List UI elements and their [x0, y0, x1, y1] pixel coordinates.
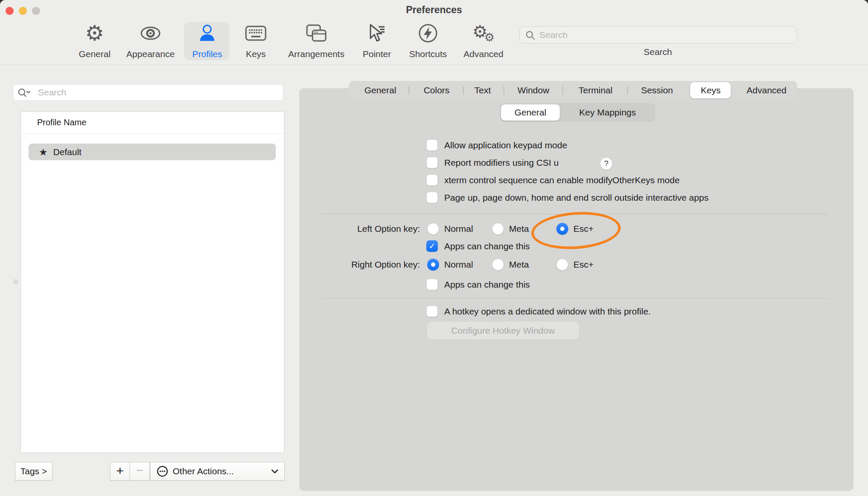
toolbar-item-pointer[interactable]: Pointer	[347, 22, 407, 60]
toolbar-item-keys[interactable]: Keys	[226, 22, 286, 60]
checkbox-page-scroll[interactable]	[426, 192, 438, 203]
search-icon	[526, 31, 535, 40]
other-actions-dropdown[interactable]: Other Actions...	[150, 462, 285, 481]
bolt-icon	[418, 22, 438, 44]
radio-right-esc[interactable]	[556, 259, 568, 271]
person-icon	[197, 22, 217, 44]
keyboard-icon	[245, 22, 266, 44]
tab-session[interactable]: Session	[641, 84, 673, 97]
windows-icon	[306, 22, 327, 44]
row-right-apps-can-change: Apps can change this	[0, 279, 868, 291]
row-hotkey-window: A hotkey opens a dedicated window with t…	[0, 306, 868, 317]
radio-left-meta[interactable]	[492, 223, 504, 235]
checkbox-right-apps-change[interactable]	[426, 279, 438, 290]
radio-left-esc[interactable]	[556, 223, 568, 235]
toolbar-item-advanced[interactable]: ⚙ ⚙ Advanced	[454, 22, 513, 60]
tab-advanced[interactable]: Advanced	[746, 84, 786, 97]
row-right-option-key: Right Option key: Normal Meta Esc+	[0, 259, 868, 271]
preferences-window: Preferences ⚙ General Appearance Profile…	[0, 0, 868, 496]
checkbox-modify-other-keys[interactable]	[426, 174, 438, 186]
cursor-icon	[367, 22, 386, 44]
section-divider	[322, 298, 828, 299]
toolbar-search-input[interactable]	[519, 26, 797, 43]
tab-separator	[627, 86, 628, 95]
help-button[interactable]: ?	[600, 157, 613, 170]
toolbar-item-general[interactable]: ⚙ General	[65, 22, 124, 60]
tab-separator	[562, 86, 563, 95]
radio-right-normal[interactable]	[427, 259, 439, 271]
chevron-down-icon	[271, 469, 278, 474]
checkbox-csi-u[interactable]	[426, 157, 438, 168]
add-profile-button[interactable]: +	[110, 462, 130, 481]
row-modify-other-keys: xterm control sequence can enable modify…	[0, 174, 868, 186]
row-left-option-key: Left Option key: Normal Meta Esc+	[0, 223, 868, 235]
tab-text[interactable]: Text	[475, 84, 491, 97]
subtab-general[interactable]: General	[515, 106, 547, 119]
tab-separator	[463, 86, 464, 95]
toolbar-item-shortcuts[interactable]: Shortcuts	[398, 22, 458, 60]
ellipsis-circle-icon	[156, 465, 168, 477]
tab-window[interactable]: Window	[518, 84, 550, 97]
toolbar-divider	[0, 65, 868, 65]
profile-list-header: Profile Name	[37, 118, 87, 127]
toolbar-item-appearance[interactable]: Appearance	[121, 22, 180, 60]
toolbar-search-caption: Search	[644, 47, 672, 57]
profile-search-input[interactable]	[13, 84, 284, 101]
row-page-scroll: Page up, page down, home and end scroll …	[0, 192, 868, 204]
checkbox-left-apps-change[interactable]	[426, 240, 438, 252]
search-menu-icon[interactable]	[18, 88, 32, 98]
remove-profile-button[interactable]: −	[130, 462, 150, 481]
radio-right-meta[interactable]	[492, 259, 504, 271]
configure-hotkey-window-button[interactable]: Configure Hotkey Window	[427, 322, 579, 339]
eye-icon	[140, 22, 161, 44]
tab-terminal[interactable]: Terminal	[579, 84, 612, 97]
tab-general[interactable]: General	[365, 84, 396, 97]
gears-icon: ⚙ ⚙	[470, 22, 497, 44]
tab-separator	[408, 86, 409, 95]
row-csi-u: Report modifiers using CSI u	[0, 157, 868, 169]
radio-left-normal[interactable]	[427, 223, 439, 235]
subtab-key-mappings[interactable]: Key Mappings	[579, 106, 636, 119]
tab-keys[interactable]: Keys	[701, 84, 721, 97]
row-left-apps-can-change: Apps can change this	[0, 240, 868, 252]
left-option-label: Left Option key:	[322, 223, 420, 235]
window-title: Preferences	[0, 4, 868, 16]
tags-button[interactable]: Tags >	[15, 462, 52, 481]
section-divider	[322, 214, 828, 214]
checkbox-keypad-mode[interactable]	[426, 139, 438, 151]
tab-colors[interactable]: Colors	[424, 84, 450, 97]
toolbar-item-arrangements[interactable]: Arrangements	[286, 22, 346, 60]
tab-separator	[503, 86, 504, 95]
checkbox-hotkey-window[interactable]	[426, 306, 438, 317]
right-option-label: Right Option key:	[322, 259, 420, 271]
gear-icon: ⚙	[85, 22, 104, 44]
row-keypad-mode: Allow application keypad mode	[0, 139, 868, 151]
list-header-divider	[21, 133, 284, 134]
